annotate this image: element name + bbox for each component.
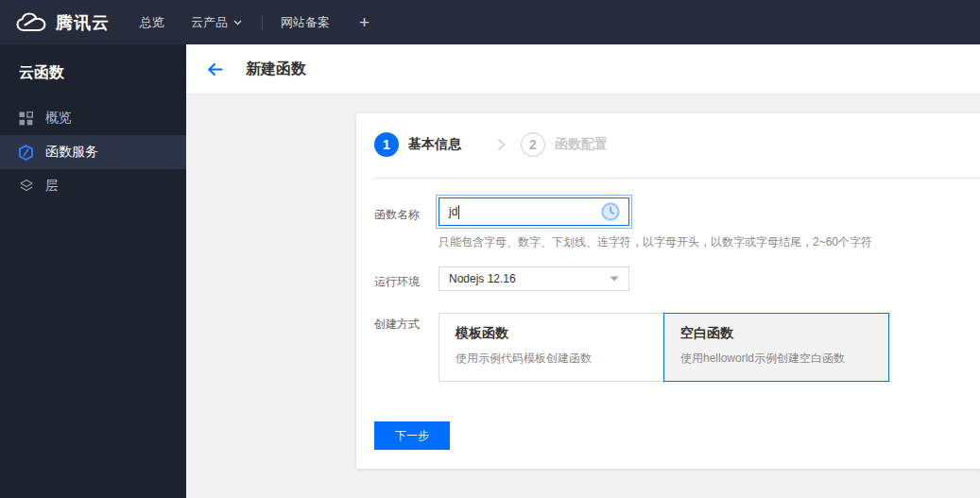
option-title: 模板函数 xyxy=(456,325,647,342)
chevron-down-icon xyxy=(233,20,242,26)
step-1-circle: 1 xyxy=(374,132,399,157)
option-blank-function[interactable]: 空白函数 使用helloworld示例创建空白函数 xyxy=(663,313,889,382)
layers-icon xyxy=(18,179,34,195)
sidebar-item-label: 层 xyxy=(45,178,59,195)
sidebar-title: 云函数 xyxy=(0,44,186,97)
chevron-right-icon xyxy=(497,138,506,151)
runtime-label: 运行环境 xyxy=(374,274,420,290)
nav-overview[interactable]: 总览 xyxy=(140,14,164,31)
validation-loading-clock-icon xyxy=(600,201,621,222)
sidebar-item-overview[interactable]: 概览 xyxy=(0,101,186,135)
nav-divider xyxy=(262,15,263,30)
step-2-circle: 2 xyxy=(521,132,545,157)
tencent-cloud-logo-icon xyxy=(15,11,47,33)
option-title: 空白函数 xyxy=(680,325,872,342)
function-name-value: jd xyxy=(449,205,457,218)
option-desc: 使用helloworld示例创建空白函数 xyxy=(680,351,872,367)
back-arrow-icon xyxy=(207,62,223,77)
sidebar-item-label: 概览 xyxy=(45,110,72,127)
nav-products-label: 云产品 xyxy=(191,14,228,31)
sidebar-item-layers[interactable]: 层 xyxy=(0,169,186,203)
add-tab-button[interactable]: + xyxy=(359,12,370,33)
creation-method-options: 模板函数 使用示例代码模板创建函数 空白函数 使用helloworld示例创建空… xyxy=(438,313,889,382)
back-button[interactable] xyxy=(207,62,223,77)
scf-hexagon-icon xyxy=(18,145,34,161)
brand[interactable]: 腾讯云 xyxy=(0,11,110,34)
function-name-hint: 只能包含字母、数字、下划线、连字符，以字母开头，以数字或字母结尾，2~60个字符 xyxy=(438,234,872,250)
content-area: 1 基本信息 2 函数配置 函数名称 jd xyxy=(186,94,980,498)
runtime-selected-value: Nodejs 12.16 xyxy=(449,272,516,285)
sidebar-menu: 概览 函数服务 层 xyxy=(0,101,186,203)
option-desc: 使用示例代码模板创建函数 xyxy=(456,351,647,367)
step-wizard: 1 基本信息 2 函数配置 xyxy=(374,132,608,157)
creation-method-label: 创建方式 xyxy=(374,317,420,333)
nav-beian[interactable]: 网站备案 xyxy=(281,14,330,31)
page-header: 新建函数 xyxy=(186,44,980,94)
step-2-label: 函数配置 xyxy=(555,136,608,153)
step-1-label: 基本信息 xyxy=(408,136,461,153)
page-title: 新建函数 xyxy=(246,60,306,79)
main-area: 新建函数 1 基本信息 2 函数配置 函数名称 jd xyxy=(186,44,980,498)
app-root: 腾讯云 总览 云产品 网站备案 + 云函数 xyxy=(0,0,980,498)
function-name-input[interactable]: jd xyxy=(438,197,629,226)
brand-name: 腾讯云 xyxy=(56,11,110,34)
option-template-function[interactable]: 模板函数 使用示例代码模板创建函数 xyxy=(438,313,664,382)
nav-products[interactable]: 云产品 xyxy=(191,14,242,31)
runtime-select[interactable]: Nodejs 12.16 xyxy=(438,266,629,291)
create-function-card: 1 基本信息 2 函数配置 函数名称 jd xyxy=(356,113,980,469)
grid-icon xyxy=(18,111,34,127)
select-caret-icon xyxy=(610,276,619,282)
sidebar-item-label: 函数服务 xyxy=(45,144,98,161)
top-navbar: 腾讯云 总览 云产品 网站备案 + xyxy=(0,0,980,44)
sidebar: 云函数 概览 xyxy=(0,44,186,498)
steps-divider xyxy=(374,178,980,179)
next-step-button[interactable]: 下一步 xyxy=(374,421,450,450)
sidebar-item-function-service[interactable]: 函数服务 xyxy=(0,135,186,169)
function-name-label: 函数名称 xyxy=(374,207,420,223)
text-cursor xyxy=(458,205,459,219)
